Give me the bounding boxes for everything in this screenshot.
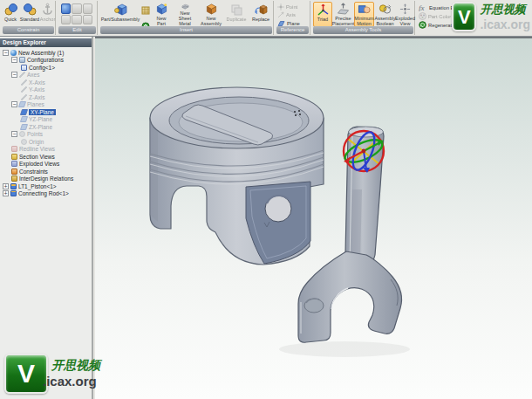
axis-button[interactable]: Axis: [277, 11, 296, 19]
tree-item-x-axis[interactable]: X-Axis: [0, 79, 92, 86]
group-edit: Edit: [58, 1, 98, 35]
exploded-view-button[interactable]: Exploded View: [396, 2, 414, 27]
tree-item-section-views[interactable]: Section Views: [0, 153, 92, 161]
assembly-boolean-button[interactable]: Assembly Boolean: [375, 2, 395, 27]
points-icon: [19, 131, 25, 137]
collapse-icon[interactable]: [11, 131, 17, 137]
part-subassembly-icon: [113, 3, 128, 17]
plane-icon: [20, 116, 28, 122]
collapse-icon[interactable]: [11, 72, 17, 78]
precise-placement-button[interactable]: Precise Placement: [333, 2, 353, 27]
ribbon-toolbar: Quick Standard Anchor Constrain Edi: [0, 0, 532, 37]
tree-item-exploded-views[interactable]: Exploded Views: [0, 161, 92, 169]
axis-icon: [21, 79, 27, 86]
part-color-button[interactable]: Part Color: [419, 12, 451, 20]
tree-item-points[interactable]: Points: [0, 131, 92, 139]
standard-constraint-button[interactable]: Standard: [19, 2, 40, 27]
part-subassembly-button[interactable]: Part/Subassembly: [100, 2, 140, 27]
model-shadow: [279, 341, 410, 357]
planes-icon: [18, 101, 26, 107]
point-icon: [277, 3, 284, 10]
tree-item-interdesign-relations[interactable]: InterDesign Relations: [0, 175, 92, 183]
tree-item-planes[interactable]: Planes: [0, 101, 92, 109]
design-explorer-panel: Design Explorer New Assembly (1) Configu…: [0, 37, 93, 399]
triad-button[interactable]: Triad: [313, 2, 332, 27]
anchor-button[interactable]: Anchor: [40, 2, 55, 27]
tree-item-origin[interactable]: Origin: [0, 138, 92, 146]
point-button[interactable]: Point: [277, 3, 297, 10]
quick-constraint-button[interactable]: Quick: [2, 2, 19, 27]
standard-constraint-icon: [23, 3, 38, 17]
tree-item-redline-views[interactable]: Redline Views: [0, 146, 92, 154]
assembly-icon: [10, 50, 17, 56]
collapse-icon[interactable]: [3, 50, 9, 56]
duplicate-button[interactable]: Duplicate: [225, 2, 248, 27]
tree-item-axes[interactable]: Axes: [0, 72, 92, 79]
group-constrain: Quick Standard Anchor Constrain: [2, 1, 56, 35]
new-sheet-metal-button[interactable]: New Sheet Metal: [173, 2, 197, 27]
piston-model[interactable]: [150, 87, 324, 265]
replace-button[interactable]: Replace: [249, 2, 272, 27]
axis-icon: [21, 86, 27, 93]
tree-item-connecting-rod[interactable]: Connecting Rod<1>: [0, 190, 92, 198]
group-reference: Point Axis Plane Reference: [276, 1, 310, 35]
precise-placement-icon: [336, 3, 351, 16]
exploded-views-icon: [11, 161, 17, 167]
redline-views-icon: [11, 146, 17, 152]
tree-item-zx-plane[interactable]: ZX-Plane: [0, 123, 92, 131]
plane-icon: [20, 109, 28, 115]
edit-sphere-icon[interactable]: [61, 3, 71, 14]
constraints-icon: [11, 169, 17, 175]
regenerate-button[interactable]: Regenerate: [419, 21, 454, 29]
origin-icon: [21, 139, 27, 145]
regenerate-icon: [419, 21, 426, 29]
catalog-grid-icon[interactable]: [141, 6, 150, 15]
tree-item-yz-plane[interactable]: YZ-Plane: [0, 116, 92, 124]
triad-tool-icon: [316, 3, 331, 17]
edit-delete-icon[interactable]: [83, 15, 92, 25]
minimum-motion-icon: [357, 3, 372, 16]
equation-edit-button[interactable]: fx Equation Edit...: [419, 3, 463, 11]
configurations-icon: [19, 57, 25, 63]
group-assembly-tools: Triad Precise Placement Minimum Motion A…: [312, 1, 415, 35]
collapse-icon[interactable]: [11, 101, 17, 107]
section-views-icon: [11, 154, 17, 160]
edit-scale-icon[interactable]: [61, 15, 71, 25]
new-part-icon: [154, 3, 169, 16]
tree-item-lt1-piston[interactable]: LT1_Piston<1>: [0, 182, 92, 190]
edit-tools-grid: [61, 3, 92, 24]
tree-item-config1[interactable]: Config<1>: [0, 64, 92, 72]
assembly-boolean-icon: [378, 3, 392, 16]
edit-move-icon[interactable]: [72, 15, 81, 25]
new-assembly-button[interactable]: New Assembly: [199, 2, 223, 27]
app-window: Quick Standard Anchor Constrain Edi: [0, 0, 532, 399]
new-part-button[interactable]: New Part: [152, 2, 171, 27]
equation-fx-icon: fx: [419, 3, 427, 11]
part-icon: [10, 190, 17, 196]
expand-icon[interactable]: [3, 183, 9, 189]
config-icon: [21, 65, 27, 71]
viewport-3d[interactable]: [95, 37, 532, 399]
design-explorer-title: Design Explorer: [0, 38, 92, 47]
replace-icon: [254, 3, 269, 17]
plane-icon: [20, 124, 28, 130]
assembly-tree: New Assembly (1) Configurations Config<1…: [0, 49, 92, 399]
minimum-motion-button[interactable]: Minimum Motion: [354, 2, 374, 27]
edit-mirror-icon[interactable]: [72, 3, 81, 14]
tree-item-z-axis[interactable]: Z-Axis: [0, 93, 92, 101]
new-assembly-icon: [204, 3, 219, 16]
tree-item-xy-plane[interactable]: XY-Plane: [0, 108, 92, 116]
svg-text:fx: fx: [419, 3, 425, 11]
edit-pattern-icon[interactable]: [83, 3, 92, 14]
tree-item-new-assembly[interactable]: New Assembly (1): [0, 49, 92, 57]
axes-icon: [19, 72, 25, 78]
tree-item-configurations[interactable]: Configurations: [0, 57, 92, 65]
tree-item-y-axis[interactable]: Y-Axis: [0, 86, 92, 94]
insert-extra-stack: [141, 3, 150, 25]
part-color-palette-icon: [419, 12, 426, 20]
expand-icon[interactable]: [3, 190, 9, 196]
tree-item-constraints[interactable]: Constraints: [0, 168, 92, 175]
new-sheet-metal-icon: [178, 3, 193, 10]
quick-constraint-icon: [3, 3, 18, 17]
collapse-icon[interactable]: [11, 57, 17, 63]
